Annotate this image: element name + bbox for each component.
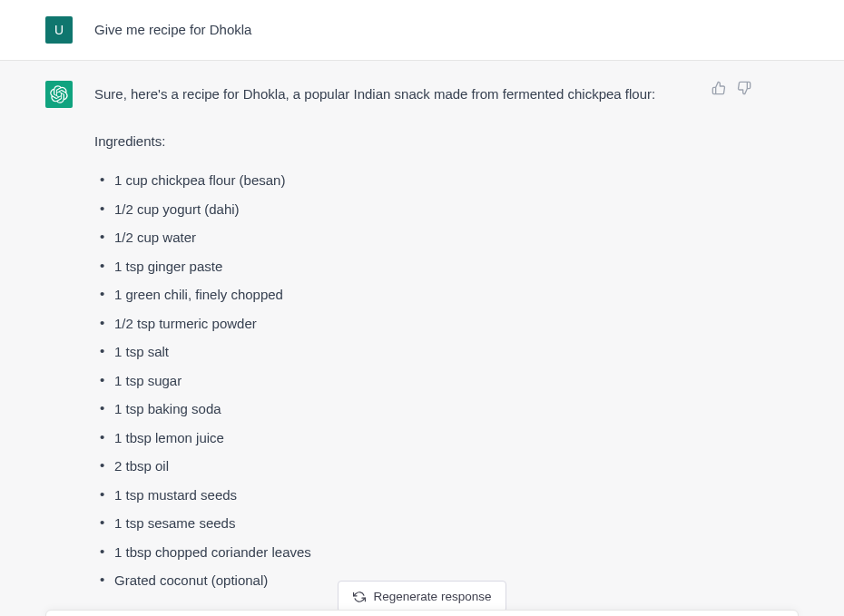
ingredient-text: 1 tsp sesame seeds (114, 515, 235, 531)
ingredient-item: 1 cup chickpea flour (besan) (94, 169, 712, 192)
ingredient-item: 1 tsp baking soda (94, 397, 712, 421)
openai-logo-icon (50, 85, 68, 103)
ingredients-list: 1 cup chickpea flour (besan)1/2 cup yogu… (94, 169, 712, 592)
regenerate-button[interactable]: Regenerate response (338, 581, 507, 612)
ingredient-text: 1/2 cup water (114, 230, 196, 245)
user-avatar-letter: U (54, 23, 64, 37)
ingredient-item: 1 tsp sugar (94, 369, 712, 393)
ingredient-text: 2 tbsp oil (114, 458, 169, 474)
ingredient-item: 1/2 tsp turmeric powder (94, 312, 712, 336)
user-avatar: U (45, 16, 73, 44)
ingredient-text: 1 tsp salt (114, 344, 169, 359)
thumbs-down-icon[interactable] (737, 81, 751, 95)
assistant-intro: Sure, here's a recipe for Dhokla, a popu… (94, 83, 712, 106)
ingredient-item: 1 green chili, finely chopped (94, 283, 712, 307)
ingredient-text: 1 tsp sugar (114, 373, 182, 388)
ingredients-heading: Ingredients: (94, 130, 712, 153)
assistant-message-content: Sure, here's a recipe for Dhokla, a popu… (94, 81, 712, 616)
regenerate-label: Regenerate response (374, 590, 492, 603)
user-message-row: U Give me recipe for Dhokla (0, 0, 844, 61)
ingredient-text: 1 tsp mustard seeds (114, 487, 237, 503)
thumbs-up-icon[interactable] (712, 81, 726, 95)
ingredient-text: 1/2 tsp turmeric powder (114, 316, 257, 331)
assistant-message-row: Sure, here's a recipe for Dhokla, a popu… (0, 61, 844, 616)
ingredient-item: 1 tsp ginger paste (94, 255, 712, 279)
user-message-text: Give me recipe for Dhokla (94, 22, 251, 37)
ingredient-text: 1 tbsp lemon juice (114, 430, 224, 445)
assistant-avatar (45, 81, 73, 108)
ingredient-item: 2 tbsp oil (94, 455, 712, 478)
input-box-top[interactable] (45, 610, 799, 616)
ingredient-text: 1 green chili, finely chopped (114, 287, 283, 302)
ingredient-item: 1 tsp mustard seeds (94, 484, 712, 507)
user-message-content: Give me recipe for Dhokla (94, 16, 712, 44)
ingredient-item: 1/2 cup water (94, 226, 712, 249)
ingredient-text: 1 cup chickpea flour (besan) (114, 172, 285, 188)
feedback-buttons (712, 81, 751, 95)
ingredient-text: 1 tsp ginger paste (114, 259, 222, 274)
ingredient-item: 1 tbsp chopped coriander leaves (94, 541, 712, 564)
ingredient-text: 1 tbsp chopped coriander leaves (114, 544, 311, 560)
ingredient-text: Grated coconut (optional) (114, 572, 268, 588)
ingredient-item: 1 tsp sesame seeds (94, 512, 712, 535)
ingredient-text: 1/2 cup yogurt (dahi) (114, 201, 240, 217)
ingredient-item: 1 tsp salt (94, 340, 712, 364)
ingredient-item: 1 tbsp lemon juice (94, 426, 712, 450)
ingredient-text: 1 tsp baking soda (114, 401, 221, 416)
ingredient-item: 1/2 cup yogurt (dahi) (94, 198, 712, 221)
refresh-icon (353, 591, 366, 603)
